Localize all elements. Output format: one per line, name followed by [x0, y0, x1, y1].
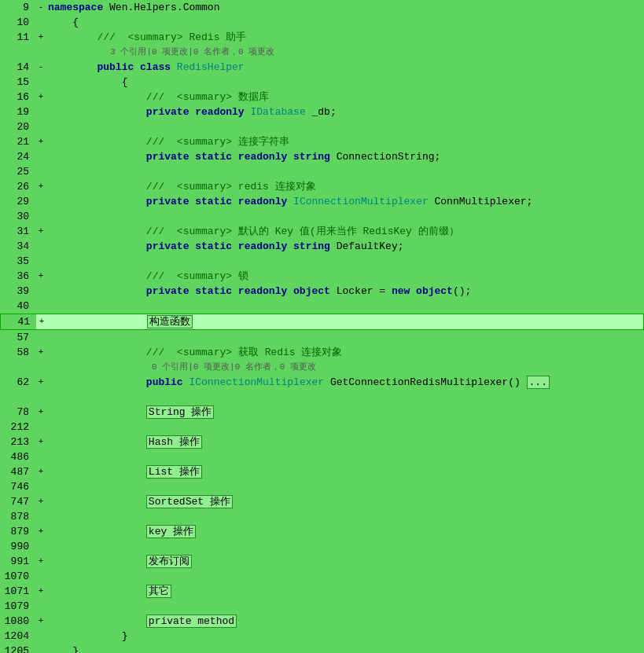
code-content-refinfo-11: 3 个引用|0 项更改|0 名作者，0 项更改: [46, 45, 644, 60]
code-line-26: 26 + /// <summary> redis 连接对象: [0, 179, 644, 194]
code-line-35: 35: [0, 254, 644, 269]
code-content-15: {: [46, 75, 644, 90]
collapse-btn-213[interactable]: +: [35, 435, 46, 449]
collapse-btn-747[interactable]: +: [35, 494, 46, 509]
line-number-212: 212: [0, 420, 35, 435]
code-line-487: 487 + List 操作: [0, 464, 644, 479]
code-line-blank-1: [0, 390, 644, 405]
line-number-991: 991: [0, 554, 35, 569]
collapse-btn-58[interactable]: +: [35, 345, 46, 360]
code-content-34: private static readonly string DefaultKe…: [46, 239, 644, 254]
code-line-16: 16 + /// <summary> 数据库: [0, 90, 644, 105]
collapse-btn-41[interactable]: +: [36, 314, 47, 329]
code-line-57: 57: [0, 330, 644, 345]
code-line-1071: 1071 + 其它: [0, 584, 644, 599]
code-content-14: public class RedisHelper: [46, 60, 644, 75]
line-number-34: 34: [0, 239, 35, 254]
code-line-40: 40: [0, 299, 644, 314]
code-line-990: 990: [0, 539, 644, 554]
code-line-24: 24 private static readonly string Connec…: [0, 149, 644, 164]
code-content-878: [46, 509, 644, 524]
code-line-25: 25: [0, 164, 644, 179]
code-content-62: public IConnectionMultiplexer GetConnect…: [46, 375, 644, 390]
line-number-15: 15: [0, 75, 35, 90]
line-number-26: 26: [0, 179, 35, 194]
collapse-btn-1080[interactable]: +: [35, 614, 46, 629]
code-line-41[interactable]: 41 + 构造函数: [0, 314, 644, 330]
line-number-990: 990: [0, 539, 35, 554]
collapse-btn-26[interactable]: +: [35, 179, 46, 194]
collapse-btn-991[interactable]: +: [35, 554, 46, 569]
code-line-11: 11 + /// <summary> Redis 助手: [0, 30, 644, 45]
code-content-1080: private method: [46, 614, 644, 629]
code-content-31: /// <summary> 默认的 Key 值(用来当作 RedisKey 的前…: [46, 224, 644, 239]
code-line-14: 14 - public class RedisHelper: [0, 60, 644, 75]
line-number-9: 9: [0, 0, 35, 15]
code-content-1205: }: [46, 644, 644, 653]
code-line-878: 878: [0, 509, 644, 524]
line-number-1080: 1080: [0, 614, 35, 629]
code-content-78: String 操作: [46, 405, 644, 420]
code-line-1079: 1079: [0, 599, 644, 614]
line-number-21: 21: [0, 134, 35, 149]
collapse-btn-31[interactable]: +: [35, 224, 46, 239]
code-content-26: /// <summary> redis 连接对象: [46, 179, 644, 194]
code-line-refinfo-58: 0 个引用|0 项更改|0 名作者，0 项更改: [0, 360, 644, 375]
collapse-btn-21[interactable]: +: [35, 134, 46, 149]
code-content-36: /// <summary> 锁: [46, 269, 644, 284]
code-line-62: 62 + public IConnectionMultiplexer GetCo…: [0, 375, 644, 390]
code-line-78: 78 + String 操作: [0, 405, 644, 420]
collapse-btn-78[interactable]: +: [35, 405, 46, 420]
code-content-11: /// <summary> Redis 助手: [46, 30, 644, 45]
code-content-40: [46, 299, 644, 314]
code-content-blank-1: [46, 390, 644, 405]
code-line-1070: 1070: [0, 569, 644, 584]
collapse-btn-11[interactable]: +: [35, 30, 46, 45]
code-content-39: private static readonly object Locker = …: [46, 284, 644, 299]
line-number-36: 36: [0, 269, 35, 284]
line-number-24: 24: [0, 149, 35, 164]
line-number-10: 10: [0, 15, 35, 30]
code-content-746: [46, 479, 644, 494]
collapse-btn-62[interactable]: +: [35, 375, 46, 390]
collapse-btn-487[interactable]: +: [35, 464, 46, 479]
line-number-30: 30: [0, 209, 35, 224]
line-number-62: 62: [0, 375, 35, 390]
collapse-btn-36[interactable]: +: [35, 269, 46, 284]
collapse-btn-16[interactable]: +: [35, 90, 46, 105]
collapse-btn-14[interactable]: -: [35, 60, 46, 75]
line-number-486: 486: [0, 449, 35, 464]
code-content-21: /// <summary> 连接字符串: [46, 134, 644, 149]
line-number-11: 11: [0, 30, 35, 45]
line-number-57: 57: [0, 330, 35, 345]
code-line-1204: 1204 }: [0, 629, 644, 644]
code-line-58: 58 + /// <summary> 获取 Redis 连接对象: [0, 345, 644, 360]
code-line-9: 9 - namespace Wen.Helpers.Common: [0, 0, 644, 15]
code-content-1071: 其它: [46, 584, 644, 599]
line-number-16: 16: [0, 90, 35, 105]
line-number-213: 213: [0, 435, 35, 449]
code-content-747: SortedSet 操作: [46, 494, 644, 509]
collapse-btn-9[interactable]: -: [35, 0, 46, 15]
code-content-9: namespace Wen.Helpers.Common: [46, 0, 644, 15]
code-line-213: 213 + Hash 操作: [0, 435, 644, 449]
line-number-487: 487: [0, 464, 35, 479]
code-content-41: 构造函数: [47, 314, 643, 329]
collapse-btn-879[interactable]: +: [35, 524, 46, 539]
code-line-746: 746: [0, 479, 644, 494]
line-number-14: 14: [0, 60, 35, 75]
code-line-1205: 1205 }: [0, 644, 644, 653]
code-line-39: 39 private static readonly object Locker…: [0, 284, 644, 299]
collapse-btn-1071[interactable]: +: [35, 584, 46, 599]
code-line-879: 879 + key 操作: [0, 524, 644, 539]
code-line-20: 20: [0, 119, 644, 134]
line-number-78: 78: [0, 405, 35, 420]
code-content-486: [46, 449, 644, 464]
code-content-487: List 操作: [46, 464, 644, 479]
line-number-39: 39: [0, 284, 35, 299]
code-content-213: Hash 操作: [46, 435, 644, 449]
line-number-879: 879: [0, 524, 35, 539]
code-line-19: 19 private readonly IDatabase _db;: [0, 105, 644, 119]
line-number-1071: 1071: [0, 584, 35, 599]
code-content-1079: [46, 599, 644, 614]
